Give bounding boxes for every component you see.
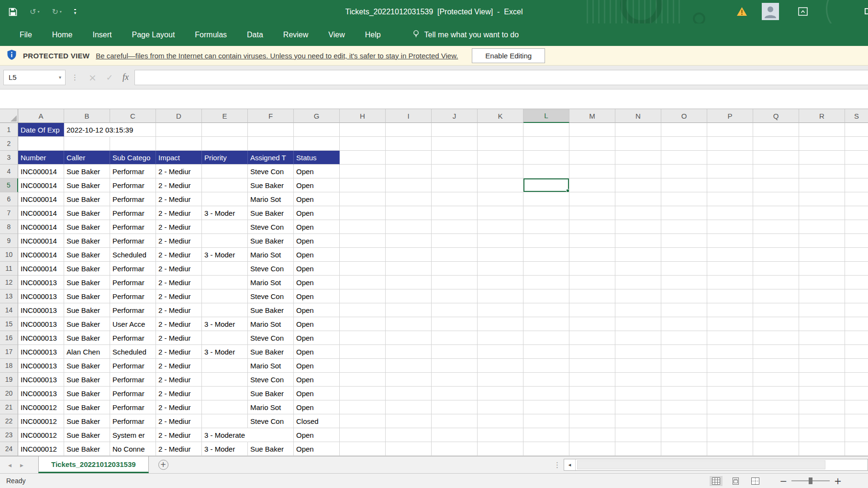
row-header-23[interactable]: 23 — [0, 428, 18, 442]
cell-R4[interactable] — [799, 165, 845, 178]
cell-J19[interactable] — [432, 373, 478, 387]
cell-E19[interactable] — [202, 373, 248, 387]
ribbon-tab-help[interactable]: Help — [355, 23, 391, 46]
cell-Q12[interactable] — [753, 276, 799, 289]
cell-R15[interactable] — [799, 317, 845, 331]
cell-Q20[interactable] — [753, 387, 799, 400]
cell-K2[interactable] — [478, 137, 523, 151]
cell-D1[interactable] — [156, 123, 202, 137]
scroll-left-icon[interactable]: ◂ — [564, 459, 576, 470]
redo-dropdown-caret[interactable]: ▾ — [60, 10, 62, 14]
horizontal-scrollbar[interactable]: ◂ — [564, 459, 868, 471]
cell-Q4[interactable] — [753, 165, 799, 178]
cell-M16[interactable] — [569, 331, 615, 345]
cell-G10[interactable]: Open — [294, 248, 340, 262]
normal-view-icon[interactable] — [710, 476, 723, 486]
cell-R1[interactable] — [799, 123, 845, 137]
cell-N22[interactable] — [615, 414, 661, 428]
cell-G16[interactable]: Open — [294, 331, 340, 345]
cell-Q15[interactable] — [753, 317, 799, 331]
cell-F7[interactable]: Sue Baker — [248, 206, 294, 220]
cell-D11[interactable]: 2 - Mediur — [156, 262, 202, 276]
cell-H1[interactable] — [340, 123, 386, 137]
cell-K4[interactable] — [478, 165, 523, 178]
cell-M19[interactable] — [569, 373, 615, 387]
customize-quick-access-toolbar-button[interactable]: ▾ — [74, 9, 77, 15]
cell-O7[interactable] — [661, 206, 707, 220]
cell-O3[interactable] — [661, 151, 707, 165]
column-header-C[interactable]: C — [110, 109, 156, 123]
cell-A19[interactable]: INC000013 — [18, 373, 64, 387]
cell-B7[interactable]: Sue Baker — [64, 206, 110, 220]
cell-S5[interactable] — [845, 178, 868, 192]
zoom-slider[interactable] — [791, 477, 830, 484]
cell-C14[interactable]: Performar — [110, 303, 156, 317]
cell-M6[interactable] — [569, 192, 615, 206]
column-header-E[interactable]: E — [202, 109, 248, 123]
row-header-17[interactable]: 17 — [0, 345, 18, 359]
cell-M11[interactable] — [569, 262, 615, 276]
row-header-11[interactable]: 11 — [0, 262, 18, 276]
cell-L12[interactable] — [523, 276, 569, 289]
cell-B5[interactable]: Sue Baker — [64, 178, 110, 192]
cell-A7[interactable]: INC000014 — [18, 206, 64, 220]
page-layout-view-icon[interactable] — [729, 476, 742, 486]
cell-H16[interactable] — [340, 331, 386, 345]
cell-G22[interactable]: Closed — [294, 414, 340, 428]
cell-B3[interactable]: Caller — [64, 151, 110, 165]
cell-K17[interactable] — [478, 345, 523, 359]
cell-B15[interactable]: Sue Baker — [64, 317, 110, 331]
cell-C4[interactable]: Performar — [110, 165, 156, 178]
cell-S9[interactable] — [845, 234, 868, 248]
cell-D3[interactable]: Impact — [156, 151, 202, 165]
cell-A24[interactable]: INC000012 — [18, 442, 64, 456]
cell-P12[interactable] — [707, 276, 753, 289]
cell-C11[interactable]: Performar — [110, 262, 156, 276]
cell-B6[interactable]: Sue Baker — [64, 192, 110, 206]
column-header-O[interactable]: O — [661, 109, 707, 123]
cell-I6[interactable] — [386, 192, 432, 206]
cell-G13[interactable]: Open — [294, 289, 340, 303]
cell-Q2[interactable] — [753, 137, 799, 151]
cell-P10[interactable] — [707, 248, 753, 262]
row-header-4[interactable]: 4 — [0, 165, 18, 178]
cell-H10[interactable] — [340, 248, 386, 262]
cell-D12[interactable]: 2 - Mediur — [156, 276, 202, 289]
ribbon-tab-data[interactable]: Data — [237, 23, 273, 46]
cell-N15[interactable] — [615, 317, 661, 331]
cell-M17[interactable] — [569, 345, 615, 359]
cell-H8[interactable] — [340, 220, 386, 234]
cell-O8[interactable] — [661, 220, 707, 234]
cell-C5[interactable]: Performar — [110, 178, 156, 192]
cell-D7[interactable]: 2 - Mediur — [156, 206, 202, 220]
cell-R19[interactable] — [799, 373, 845, 387]
cell-K14[interactable] — [478, 303, 523, 317]
cell-I8[interactable] — [386, 220, 432, 234]
cell-J21[interactable] — [432, 400, 478, 414]
cell-M21[interactable] — [569, 400, 615, 414]
cell-J10[interactable] — [432, 248, 478, 262]
cell-N12[interactable] — [615, 276, 661, 289]
cell-J5[interactable] — [432, 178, 478, 192]
cell-Q23[interactable] — [753, 428, 799, 442]
cell-E13[interactable] — [202, 289, 248, 303]
cell-P14[interactable] — [707, 303, 753, 317]
cell-D14[interactable]: 2 - Mediur — [156, 303, 202, 317]
cell-D13[interactable]: 2 - Mediur — [156, 289, 202, 303]
cell-S2[interactable] — [845, 137, 868, 151]
cell-K13[interactable] — [478, 289, 523, 303]
cell-Q8[interactable] — [753, 220, 799, 234]
cell-N19[interactable] — [615, 373, 661, 387]
cell-D22[interactable]: 2 - Mediur — [156, 414, 202, 428]
cell-I21[interactable] — [386, 400, 432, 414]
cell-F23[interactable] — [248, 428, 294, 442]
cell-J1[interactable] — [432, 123, 478, 137]
cell-S21[interactable] — [845, 400, 868, 414]
horizontal-scrollbar-track[interactable] — [576, 459, 868, 470]
cell-B24[interactable]: Sue Baker — [64, 442, 110, 456]
column-header-A[interactable]: A — [18, 109, 64, 123]
cell-N13[interactable] — [615, 289, 661, 303]
cell-E23[interactable]: 3 - Moderate — [202, 428, 248, 442]
cell-P2[interactable] — [707, 137, 753, 151]
cell-N6[interactable] — [615, 192, 661, 206]
